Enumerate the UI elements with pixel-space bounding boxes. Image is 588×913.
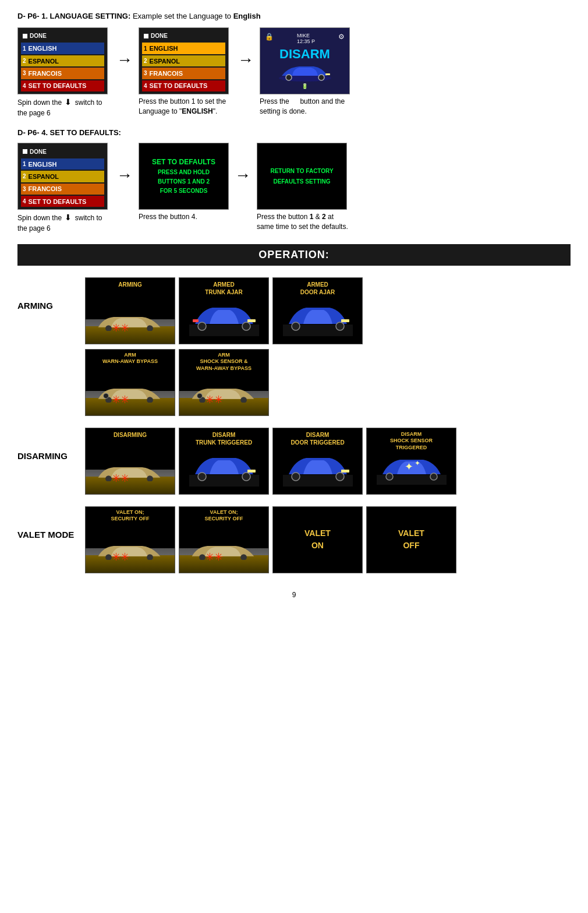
disarm-time: 12:35 P — [297, 38, 315, 44]
lcd3-row-2: 2 ESPANOL — [21, 171, 104, 182]
arming-screen3-label: ARMEDDOOR AJAR — [300, 278, 335, 296]
lcd-defaults-line1: PRESS AND HOLD — [158, 168, 210, 177]
valet-label: VALET MODE — [17, 506, 82, 540]
spin-icon: ⬇ — [65, 97, 72, 108]
lcd3-row-1: 1 ENGLISH — [21, 158, 104, 170]
valet-screen-1: VALET ON;SECURITY OFF ✳✳ — [85, 506, 175, 573]
lcd-num-3: 3 — [23, 70, 26, 76]
lcd-row-1: 1 ENGLISH — [21, 43, 104, 54]
lcd2-num-2: 2 — [144, 58, 147, 64]
svg-point-33 — [430, 473, 437, 480]
arrow-4: → — [235, 166, 251, 185]
lcd-defaults-title: SET TO DEFAULTS — [152, 157, 215, 168]
disarming-row: DISARMING DISARMING ✳✳ — [17, 428, 571, 495]
caption-spin: Spin down the — [17, 98, 62, 107]
blue-car-2 — [189, 298, 259, 336]
svg-point-8 — [242, 322, 250, 330]
disarming-screens-group: DISARMING ✳✳ DISARMTRUNK TRIGGERED — [85, 428, 456, 495]
arming-screen-2: ARMEDTRUNK AJAR — [179, 277, 269, 344]
svg-point-13 — [336, 322, 344, 330]
arming-section: ARMING ARMING ✳✳ A — [17, 277, 571, 416]
lcd2-done-row: DONE — [142, 30, 225, 41]
lang-step3-block: 🔒 MIKE 12:35 P ⚙ DISARM 🔋 Press the — [260, 27, 353, 117]
lcd-done-label: DONE — [30, 33, 47, 39]
lang-title-bold: D- P6- 1. LANGUAGE SETTING: — [17, 12, 130, 20]
blue-car-d2 — [189, 449, 259, 487]
arming-scene-1: ✳✳ — [86, 303, 175, 344]
disarming-screen4-label: DISARMSHOCK SENSORTRIGGERED — [390, 428, 433, 452]
caption-amp: & — [313, 213, 322, 221]
lang-caption-1: Spin down the ⬇ switch to the page 6 — [17, 97, 111, 118]
valet-screen-3: VALETON — [272, 506, 363, 573]
car-sil-v2 — [185, 537, 261, 560]
disarming-screen3-label: DISARMDOOR TRIGGERED — [291, 428, 344, 446]
lcd-factory-screen: RETURN TO FACTORY DEFAULTS SETTING — [257, 143, 347, 210]
valet-off-label: VALETOFF — [398, 527, 424, 552]
blue-car-3 — [283, 298, 353, 336]
svg-point-12 — [292, 322, 300, 330]
arming-row: ARMING ARMING ✳✳ A — [17, 277, 571, 344]
svg-point-29 — [336, 473, 344, 481]
svg-rect-3 — [325, 73, 330, 75]
disarm-screen: 🔒 MIKE 12:35 P ⚙ DISARM 🔋 — [260, 27, 350, 94]
car-sil-1 — [91, 308, 167, 331]
lcd-screen-1: DONE 1 ENGLISH 2 ESPANOL 3 FRANCOIS 4 SE… — [17, 27, 108, 94]
caption-quote-end: ". — [213, 107, 218, 115]
lcd3-row-3: 3 FRANCOIS — [21, 184, 104, 195]
caption-btn4: Press the button 4. — [139, 213, 197, 221]
lang-step2-block: DONE 1 ENGLISH 2 ESPANOL 3 FRANCOIS 4 SE… — [139, 27, 232, 117]
svg-text:✦: ✦ — [415, 459, 420, 467]
disarm-header: 🔒 MIKE 12:35 P ⚙ — [263, 33, 347, 44]
lcd2-num-1: 1 — [144, 45, 147, 52]
valet-screen-4: VALETOFF — [366, 506, 456, 573]
svg-point-17 — [104, 393, 109, 399]
defaults-step3-block: RETURN TO FACTORY DEFAULTS SETTING Press… — [257, 143, 350, 232]
lang-section-title: D- P6- 1. LANGUAGE SETTING: Example set … — [17, 12, 571, 20]
arrow-3: → — [116, 166, 133, 185]
lcd-row-2: 2 ESPANOL — [21, 55, 104, 66]
disarming-screen-1: DISARMING ✳✳ — [85, 428, 175, 495]
arming-screen-4: ARMWARN-AWAY BYPASS ✳✳ — [85, 349, 175, 416]
lcd-defaults-screen: SET TO DEFAULTS PRESS AND HOLD BUTTONS 1… — [139, 143, 229, 210]
svg-point-32 — [386, 473, 393, 480]
sparks-d1: ✳✳ — [112, 472, 129, 485]
car-sil-v1 — [91, 537, 167, 560]
caption-press-btn1: Press the button — [257, 213, 310, 221]
lcd-num-2: 2 — [23, 58, 26, 64]
lang-subtitle: Example set the Language to — [133, 12, 233, 20]
lcd2-row-4: 4 SET TO DEFAULTS — [142, 80, 225, 91]
lcd3-label-1: ENGLISH — [29, 161, 57, 168]
disarming-screen1-label: DISARMING — [86, 428, 175, 439]
disarming-screen-2: DISARMTRUNK TRIGGERED — [179, 428, 269, 495]
svg-rect-10 — [193, 319, 199, 322]
disarming-label: DISARMING — [17, 428, 82, 461]
sparks-5: ✳✳ — [206, 393, 223, 406]
settings-icon: ⚙ — [338, 33, 345, 44]
square-icon — [23, 34, 27, 38]
sparks-1: ✳✳ — [112, 322, 129, 334]
lcd3-num-1: 1 — [23, 161, 26, 167]
defaults-step1-block: DONE 1 ENGLISH 2 ESPANOL 3 FRANCOIS 4 SE… — [17, 143, 111, 233]
square-btn-icon — [291, 100, 296, 104]
lcd2-label-4: SET TO DEFAULTS — [150, 82, 208, 89]
arming-screen1-label: ARMING — [86, 278, 175, 288]
svg-point-1 — [286, 75, 292, 80]
disarm-car-svg — [276, 62, 334, 82]
lang-steps-row: DONE 1 ENGLISH 2 ESPANOL 3 FRANCOIS 4 SE… — [17, 27, 571, 118]
sparks-v1: ✳✳ — [112, 551, 129, 563]
lcd-label-2: ESPANOL — [29, 58, 59, 65]
valet-screen2-label: VALET ON;SECURITY OFF — [179, 507, 268, 523]
lcd2-row-2: 2 ESPANOL — [142, 55, 225, 66]
valet-screens-group: VALET ON;SECURITY OFF ✳✳ VALET ON;SECURI… — [85, 506, 456, 573]
arming-scene-4: ✳✳ — [86, 375, 175, 415]
valet-scene-1: ✳✳ — [86, 532, 175, 573]
defaults-step2-block: SET TO DEFAULTS PRESS AND HOLD BUTTONS 1… — [139, 143, 229, 222]
lcd3-label-3: FRANCOIS — [29, 185, 62, 192]
lcd2-num-4: 4 — [144, 83, 147, 89]
arming-screens-group: ARMING ✳✳ ARMEDTRUNK AJAR — [85, 277, 363, 344]
square-icon-3 — [23, 149, 27, 154]
disarming-screen-4: DISARMSHOCK SENSORTRIGGERED ✦ ✦ — [366, 428, 456, 495]
arming-screen5-label: ARMSHOCK SENSOR &WARN-AWAY BYPASS — [179, 350, 268, 372]
defaults-caption-2: Press the button 4. — [139, 212, 197, 222]
svg-point-28 — [292, 473, 300, 481]
